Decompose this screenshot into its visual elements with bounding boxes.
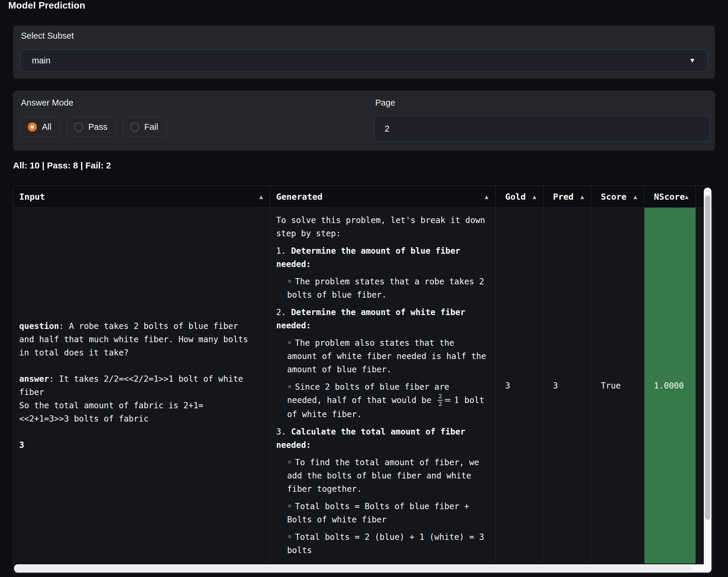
list-item: ◦To find the total amount of fiber, we a…: [287, 456, 487, 496]
step-2: 2. Determine the amount of white fiber n…: [276, 306, 487, 421]
bullet-text: To find the total amount of fiber, we ad…: [287, 458, 479, 494]
answer-text: : It takes 2/2=<<2/2=1>>1 bolt of white …: [19, 374, 248, 423]
cell-gold[interactable]: 3: [496, 208, 543, 564]
circle-bullet-icon: ◦: [287, 501, 292, 511]
subset-label: Select Subset: [21, 31, 74, 41]
gold-value: 3: [505, 379, 510, 392]
radio-all-label: All: [42, 122, 51, 132]
answer-mode-radiogroup: All Pass Fail: [20, 117, 167, 137]
generated-cell-content: To solve this problem, let's break it do…: [270, 208, 495, 557]
header-input[interactable]: Input ▲: [13, 186, 270, 208]
step-3-bullets: ◦To find the total amount of fiber, we a…: [276, 456, 487, 557]
question-paragraph: question: A robe takes 2 bolts of blue f…: [19, 320, 250, 359]
page-title: Model Prediction: [8, 0, 85, 11]
column-gold: Gold ▲ 3: [496, 186, 544, 564]
list-item: ◦The problem also states that the amount…: [287, 336, 487, 376]
answer-label: answer: [19, 374, 49, 384]
cell-pred[interactable]: 3: [544, 208, 591, 564]
controls-panel: Answer Mode All Pass Fail Page 2: [13, 90, 715, 151]
list-item: ◦The problem states that a robe takes 2 …: [287, 275, 487, 301]
answer-mode-label: Answer Mode: [21, 98, 73, 108]
pred-value: 3: [553, 379, 558, 392]
subset-select-value: main: [32, 56, 689, 65]
header-input-label: Input: [19, 192, 45, 202]
step-1-bullets: ◦The problem states that a robe takes 2 …: [276, 275, 487, 301]
nscore-cell[interactable]: 1.0000: [645, 208, 696, 564]
sort-asc-icon[interactable]: ▲: [685, 194, 688, 200]
step-1: 1. Determine the amount of blue fiber ne…: [276, 244, 487, 301]
step-2-number: 2.: [276, 307, 286, 317]
header-pred-label: Pred: [553, 192, 574, 202]
results-table: Input ▲ question: A robe takes 2 bolts o…: [13, 186, 713, 574]
subset-select[interactable]: main ▼: [20, 49, 708, 72]
sort-asc-icon[interactable]: ▲: [580, 194, 584, 200]
horizontal-scrollbar[interactable]: [14, 564, 711, 573]
circle-bullet-icon: ◦: [287, 382, 292, 392]
radio-fail-label: Fail: [145, 122, 158, 132]
radio-unselected-icon[interactable]: [130, 122, 139, 132]
radio-unselected-icon[interactable]: [74, 122, 83, 132]
header-pred[interactable]: Pred ▲: [544, 186, 591, 208]
fraction-numerator: 2: [438, 393, 443, 401]
column-nscore: NScore ▲ 1.0000: [645, 186, 696, 564]
step-3: 3. Calculate the total amount of fiber n…: [276, 425, 487, 557]
chevron-down-icon[interactable]: ▼: [689, 57, 696, 64]
bullet-text: Total bolts = Bolts of blue fiber + Bolt…: [287, 501, 469, 524]
step-1-number: 1.: [276, 246, 286, 256]
radio-selected-icon[interactable]: [28, 122, 37, 132]
fraction-denominator: 2: [438, 401, 443, 407]
bullet-text: The problem states that a robe takes 2 b…: [287, 277, 484, 300]
header-generated[interactable]: Generated ▲: [270, 186, 495, 208]
header-generated-label: Generated: [276, 192, 322, 202]
header-score[interactable]: Score ▲: [591, 186, 644, 208]
radio-all[interactable]: All: [20, 117, 60, 137]
page-label: Page: [375, 98, 395, 108]
input-cell-content: question: A robe takes 2 bolts of blue f…: [19, 320, 250, 451]
sort-asc-icon[interactable]: ▲: [633, 194, 637, 200]
page-input-value: 2: [385, 124, 389, 134]
summary-counts: All: 10 | Pass: 8 | Fail: 2: [13, 161, 111, 170]
vertical-scrollbar-thumb[interactable]: [705, 195, 710, 520]
cell-input[interactable]: question: A robe takes 2 bolts of blue f…: [13, 208, 270, 564]
circle-bullet-icon: ◦: [287, 458, 292, 467]
score-value: True: [601, 379, 621, 392]
column-score: Score ▲ True: [591, 186, 645, 564]
question-label: question: [19, 321, 59, 331]
generated-steps: 1. Determine the amount of blue fiber ne…: [276, 244, 487, 557]
header-gold[interactable]: Gold ▲: [496, 186, 543, 208]
math-fraction: 22= 1: [436, 395, 459, 405]
nscore-value: 1.0000: [654, 379, 684, 392]
step-2-bullets: ◦The problem also states that the amount…: [276, 336, 487, 421]
step-1-heading: Determine the amount of blue fiber neede…: [276, 246, 460, 269]
list-item: ◦Total bolts = Bolts of blue fiber + Bol…: [287, 500, 487, 526]
step-3-heading: Calculate the total amount of fiber need…: [276, 427, 465, 450]
bullet-text: Total bolts = 2 (blue) + 1 (white) = 3 b…: [287, 532, 484, 555]
vertical-scrollbar[interactable]: [704, 188, 711, 573]
radio-pass[interactable]: Pass: [67, 117, 116, 137]
math-bullet-before: Since 2 bolts of blue fiber are needed, …: [287, 382, 449, 405]
column-generated: Generated ▲ To solve this problem, let's…: [270, 186, 496, 564]
cell-generated[interactable]: To solve this problem, let's break it do…: [270, 208, 495, 564]
list-item: ◦Total bolts = 2 (blue) + 1 (white) = 3 …: [287, 530, 487, 557]
sort-asc-icon[interactable]: ▲: [259, 194, 263, 200]
circle-bullet-icon: ◦: [287, 338, 292, 348]
step-3-number: 3.: [276, 427, 286, 437]
header-nscore[interactable]: NScore ▲: [645, 186, 696, 208]
circle-bullet-icon: ◦: [287, 277, 292, 286]
step-2-heading: Determine the amount of white fiber need…: [276, 307, 465, 330]
horizontal-scrollbar-thumb[interactable]: [15, 566, 692, 571]
page-input[interactable]: 2: [374, 116, 710, 142]
list-item-math: ◦Since 2 bolts of blue fiber are needed,…: [287, 380, 487, 421]
header-score-label: Score: [601, 192, 626, 202]
math-equals: = 1: [444, 395, 459, 405]
sort-asc-icon[interactable]: ▲: [532, 194, 536, 200]
final-answer: 3: [19, 438, 250, 451]
cell-score[interactable]: True: [591, 208, 644, 564]
sort-asc-icon[interactable]: ▲: [485, 194, 488, 200]
header-nscore-label: NScore: [654, 192, 685, 202]
column-input: Input ▲ question: A robe takes 2 bolts o…: [13, 186, 270, 564]
answer-paragraph: answer: It takes 2/2=<<2/2=1>>1 bolt of …: [19, 372, 250, 425]
radio-fail[interactable]: Fail: [123, 117, 167, 137]
radio-pass-label: Pass: [88, 122, 107, 132]
subset-panel: Select Subset main ▼: [13, 25, 715, 79]
